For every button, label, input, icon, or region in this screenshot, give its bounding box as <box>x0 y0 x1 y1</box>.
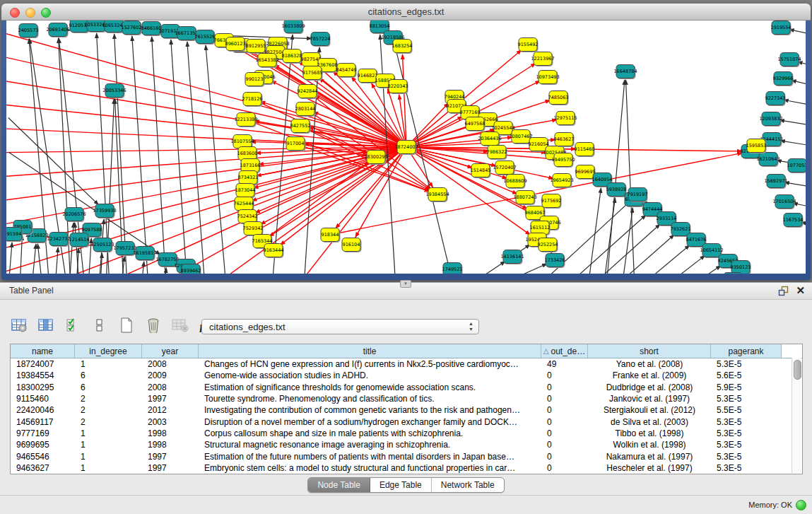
table-cell[interactable]: 0 <box>541 463 588 473</box>
table-cell[interactable]: 5.5E-5 <box>711 405 782 415</box>
table-cell[interactable]: 22420046 <box>11 405 75 415</box>
table-cell[interactable]: 1998 <box>142 440 199 450</box>
graph-node[interactable]: 9155492 <box>518 38 539 53</box>
graph-node[interactable]: 1527602 <box>122 21 142 36</box>
graph-node[interactable]: 1733426 <box>545 254 565 269</box>
table-cell[interactable]: 0 <box>541 370 588 380</box>
table-cell[interactable]: 2 <box>75 417 142 427</box>
graph-node[interactable]: 10688609 <box>503 175 526 189</box>
graph-node[interactable]: 12342737 <box>47 233 70 247</box>
table-cell[interactable]: Estimation of the future numbers of pati… <box>199 452 541 462</box>
graph-node[interactable]: 8454749 <box>336 64 357 78</box>
table-cell[interactable]: Disruption of a novel member of a sodium… <box>199 417 541 427</box>
tab-node-table[interactable]: Node Table <box>308 478 370 492</box>
table-cell[interactable]: Tourette syndrome. Phenomenology and cla… <box>199 394 541 404</box>
graph-node[interactable]: 12213389 <box>234 113 257 128</box>
graph-node[interactable]: 7485063 <box>548 91 569 106</box>
graph-node[interactable]: 8924502 <box>723 273 743 274</box>
graph-node[interactable]: 8186328 <box>282 49 302 64</box>
column-header-out-de-[interactable]: △out_de… <box>541 344 588 358</box>
table-cell[interactable]: 1 <box>75 463 142 473</box>
table-cell[interactable]: 9463627 <box>11 463 75 473</box>
graph-node[interactable]: 12093832 <box>759 112 782 127</box>
table-cell[interactable]: 2 <box>75 405 142 415</box>
graph-node[interactable]: 20691406 <box>46 23 69 38</box>
table-cell[interactable]: 5.3E-5 <box>711 417 782 427</box>
column-header-in-degree[interactable]: in_degree <box>75 344 142 358</box>
table-cell[interactable]: 2008 <box>142 382 199 392</box>
table-cell[interactable]: 5.3E-5 <box>711 394 782 404</box>
table-cell[interactable]: 1 <box>75 440 142 450</box>
delete-table-button[interactable] <box>171 317 189 336</box>
graph-node[interactable]: 8427552 <box>290 119 311 134</box>
graph-node[interactable]: 391594 <box>6 228 23 243</box>
table-cell[interactable]: 0 <box>541 417 588 427</box>
window-titlebar[interactable]: citations_edges.txt <box>1 4 811 21</box>
graph-node[interactable]: 8939462 <box>181 264 201 274</box>
graph-node[interactable]: 16195817 <box>133 247 156 262</box>
table-cell[interactable]: 2012 <box>142 405 199 415</box>
tab-network-table[interactable]: Network Table <box>432 478 504 492</box>
table-row[interactable]: 946554611997Estimation of the future num… <box>11 450 802 462</box>
graph-node[interactable]: 8912955 <box>246 40 266 54</box>
graph-node[interactable]: 16033809 <box>281 21 305 34</box>
column-header-name[interactable]: name <box>11 344 75 358</box>
graph-node[interactable]: 9252254 <box>538 238 558 253</box>
table-cell[interactable]: 5.3E-5 <box>711 463 782 473</box>
table-cell[interactable]: 0 <box>541 440 588 450</box>
table-cell[interactable]: Investigating the contribution of common… <box>199 405 541 415</box>
graph-node[interactable]: 1077053 <box>787 159 806 174</box>
table-gear-button[interactable] <box>10 317 28 336</box>
graph-node[interactable]: 19654923 <box>550 174 573 189</box>
graph-node[interactable]: 1214514 <box>69 233 90 248</box>
table-cell[interactable]: 9777169 <box>11 428 75 438</box>
graph-node[interactable]: 9227343 <box>765 92 786 107</box>
graph-node[interactable]: 2405573 <box>18 24 39 39</box>
graph-node[interactable]: 8734321 <box>238 171 259 186</box>
graph-node[interactable]: 9329966 <box>773 72 794 87</box>
table-row[interactable]: 969969511998Structural magnetic resonanc… <box>11 439 802 450</box>
graph-node[interactable]: 19495750 <box>551 153 575 168</box>
table-cell[interactable]: Embryonic stem cells: a model to study s… <box>199 463 541 473</box>
table-cell[interactable]: 5.3E-5 <box>711 440 782 450</box>
table-row[interactable]: 1938455462009Genome-wide association stu… <box>11 370 802 381</box>
table-row[interactable]: 946362711997Embryonic stem cells: a mode… <box>11 462 802 474</box>
table-cell[interactable]: Nakamura et al. (1997) <box>588 452 711 462</box>
graph-node[interactable]: 2718126 <box>242 93 263 107</box>
graph-node[interactable]: 1595853 <box>746 139 767 154</box>
graph-node[interactable]: 1167534 <box>783 214 804 228</box>
table-cell[interactable]: Estimation of significance thresholds fo… <box>199 382 541 392</box>
table-cell[interactable]: 1997 <box>142 463 199 473</box>
table-cell[interactable]: 49 <box>541 359 588 369</box>
rows-button[interactable] <box>90 317 109 336</box>
graph-node[interactable]: 15692971 <box>764 175 787 189</box>
table-cell[interactable]: 1 <box>75 452 142 462</box>
graph-node[interactable]: 18724007 <box>394 141 418 156</box>
table-columns-button[interactable] <box>37 317 55 336</box>
table-cell[interactable]: 5.3E-5 <box>711 428 782 438</box>
table-cell[interactable]: 1997 <box>142 394 199 404</box>
graph-node[interactable]: 16648784 <box>613 65 637 80</box>
table-cell[interactable]: Corpus callosum shape and size in male p… <box>199 428 541 438</box>
table-cell[interactable]: Hescheler et al. (1997) <box>588 463 711 473</box>
graph-node[interactable]: 20364436 <box>478 132 501 147</box>
table-cell[interactable]: 0 <box>541 382 588 392</box>
table-cell[interactable]: 1998 <box>142 428 199 438</box>
column-header-pagerank[interactable]: pagerank <box>711 344 782 358</box>
table-cell[interactable]: 5.3E-5 <box>711 359 782 369</box>
graph-node[interactable]: 1514845 <box>471 164 491 179</box>
graph-node[interactable]: 7529342 <box>243 222 264 237</box>
graph-node[interactable]: 6497568 <box>465 117 486 132</box>
table-scrollbar[interactable] <box>792 358 801 473</box>
graph-node[interactable]: 1683254 <box>392 40 413 54</box>
table-cell[interactable]: 2003 <box>142 417 199 427</box>
graph-node[interactable]: 9175685 <box>302 66 323 81</box>
table-cell[interactable]: 18724007 <box>11 359 75 369</box>
graph-node[interactable]: 12505123 <box>90 238 114 253</box>
table-cell[interactable]: 0 <box>541 394 588 404</box>
new-document-button[interactable] <box>117 317 136 336</box>
table-cell[interactable]: Dudbridge et al. (2008) <box>588 382 711 392</box>
graph-node[interactable]: 18300295 <box>364 151 387 165</box>
table-cell[interactable]: 5.3E-5 <box>711 452 782 462</box>
graph-node[interactable]: 18807243 <box>513 191 536 206</box>
